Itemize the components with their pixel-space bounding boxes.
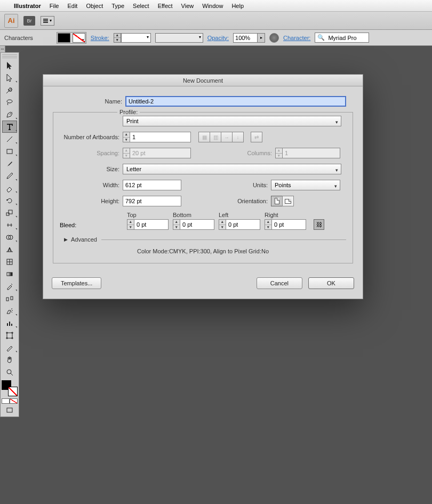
perspective-grid-tool[interactable] — [2, 243, 17, 255]
line-segment-tool[interactable] — [2, 133, 17, 145]
fill-swatch[interactable]: ▾ — [58, 33, 70, 43]
slice-tool[interactable] — [2, 341, 17, 354]
stroke-swatch[interactable]: ▾ — [73, 33, 85, 43]
scale-tool[interactable] — [2, 206, 17, 219]
opacity-field[interactable] — [233, 33, 258, 43]
stroke-color-box[interactable] — [8, 387, 18, 396]
bleed-bottom-stepper[interactable]: ▴▾ — [173, 219, 214, 230]
rectangle-tool[interactable] — [2, 145, 17, 157]
bleed-top-stepper[interactable]: ▴▾ — [127, 219, 169, 230]
bleed-top-field[interactable] — [134, 219, 169, 230]
advanced-disclosure[interactable]: ▶ Advanced — [64, 236, 346, 243]
bleed-link-icon[interactable]: ⛓ — [314, 219, 324, 230]
opacity-dropdown-icon[interactable]: ▸ — [258, 33, 265, 43]
fill-swatch-group[interactable]: ▾ ▾ — [57, 32, 86, 44]
size-dropdown[interactable]: Letter — [123, 164, 341, 174]
cancel-button[interactable]: Cancel — [257, 277, 302, 289]
font-family-field[interactable]: 🔍 — [315, 33, 369, 43]
orientation-landscape-button[interactable] — [282, 196, 294, 206]
artboard-tool[interactable] — [2, 329, 17, 341]
eraser-tool[interactable] — [2, 182, 17, 194]
selection-tool[interactable] — [2, 59, 17, 71]
gradient-tool[interactable] — [2, 268, 17, 280]
svg-rect-14 — [7, 408, 12, 412]
eyedropper-tool[interactable] — [2, 280, 17, 292]
bridge-badge[interactable]: Br — [23, 16, 35, 26]
width-label: Width: — [60, 182, 123, 188]
orientation-label: Orientation: — [181, 198, 271, 204]
width-field[interactable] — [123, 180, 181, 190]
bleed-left-field[interactable] — [226, 219, 260, 230]
font-family-input[interactable] — [327, 34, 369, 42]
blend-tool[interactable] — [2, 292, 17, 305]
stroke-panel-link[interactable]: Stroke: — [91, 35, 109, 41]
width-tool[interactable] — [2, 219, 17, 231]
ok-button[interactable]: OK — [308, 277, 354, 289]
control-mode-label: Characters — [4, 35, 33, 41]
symbol-sprayer-tool[interactable] — [2, 305, 17, 317]
menu-window[interactable]: Window — [202, 3, 223, 9]
bleed-right-stepper[interactable]: ▴▾ — [265, 219, 306, 230]
templates-button[interactable]: Templates... — [52, 277, 101, 289]
bleed-label: Bleed: — [60, 222, 123, 230]
svg-point-12 — [7, 370, 11, 374]
columns-label: Columns: — [191, 150, 275, 156]
height-field[interactable] — [123, 196, 181, 206]
menu-type[interactable]: Type — [111, 3, 124, 9]
fill-stroke-control[interactable] — [2, 380, 18, 396]
opacity-panel-link[interactable]: Opacity: — [207, 35, 229, 41]
grid-by-row-icon: ▦ — [198, 132, 210, 142]
rotate-tool[interactable] — [2, 194, 17, 206]
character-panel-link[interactable]: Character: — [283, 35, 310, 41]
stroke-weight-field[interactable]: ▾ — [121, 33, 151, 43]
stroke-weight-stepper[interactable]: ▴▾ — [114, 33, 121, 43]
lasso-tool[interactable] — [2, 96, 17, 108]
artboards-stepper[interactable]: ▴▾ — [123, 132, 191, 142]
units-label: Units: — [181, 182, 271, 188]
arrange-row-icon: → — [221, 132, 233, 142]
bleed-bottom-field[interactable] — [180, 219, 214, 230]
column-graph-tool[interactable] — [2, 317, 17, 329]
new-document-dialog: New Document Name: Profile: Print Number… — [43, 74, 363, 299]
profile-dropdown[interactable]: Print — [123, 116, 341, 126]
screen-mode-button[interactable] — [2, 405, 17, 417]
units-dropdown[interactable]: Points — [271, 180, 340, 190]
menu-effect[interactable]: Effect — [158, 3, 173, 9]
arrange-documents-button[interactable] — [41, 16, 54, 26]
bleed-left-stepper[interactable]: ▴▾ — [219, 219, 260, 230]
recolor-artwork-icon[interactable] — [269, 33, 279, 43]
size-label: Size: — [60, 166, 123, 172]
control-bar: Characters ▾ ▾ Stroke: ▴▾ ▾ ▾ Opacity: ▸… — [0, 30, 432, 46]
menu-view[interactable]: View — [181, 3, 194, 9]
spacing-stepper: ▴▾ — [123, 148, 191, 158]
menu-select[interactable]: Select — [133, 3, 149, 9]
menu-object[interactable]: Object — [86, 3, 103, 9]
bleed-top-label: Top — [127, 212, 169, 218]
color-mode-row[interactable] — [2, 398, 18, 405]
paintbrush-tool[interactable] — [2, 157, 17, 170]
bleed-right-field[interactable] — [272, 219, 306, 230]
hand-tool[interactable] — [2, 354, 17, 366]
magic-wand-tool[interactable] — [2, 84, 17, 96]
name-field[interactable] — [125, 96, 346, 107]
panel-collapse-grip[interactable] — [0, 46, 5, 52]
menu-help[interactable]: Help — [231, 3, 244, 9]
app-name[interactable]: Illustrator — [14, 3, 41, 9]
grid-by-column-icon: ▥ — [210, 132, 221, 142]
type-tool[interactable] — [2, 121, 17, 133]
zoom-tool[interactable] — [2, 366, 17, 378]
tools-grip[interactable] — [2, 54, 17, 58]
artboards-field[interactable] — [130, 132, 191, 142]
shape-builder-tool[interactable] — [2, 231, 17, 243]
direct-selection-tool[interactable] — [2, 71, 17, 84]
mesh-tool[interactable] — [2, 255, 17, 268]
height-label: Height: — [60, 198, 123, 204]
menu-edit[interactable]: Edit — [67, 3, 77, 9]
menu-file[interactable]: File — [50, 3, 59, 9]
pen-tool[interactable] — [2, 108, 17, 121]
brush-definition-dropdown[interactable]: ▾ — [155, 33, 203, 43]
svg-line-1 — [7, 137, 12, 142]
orientation-portrait-button[interactable] — [271, 196, 283, 206]
svg-point-0 — [7, 100, 12, 103]
pencil-tool[interactable] — [2, 170, 17, 182]
